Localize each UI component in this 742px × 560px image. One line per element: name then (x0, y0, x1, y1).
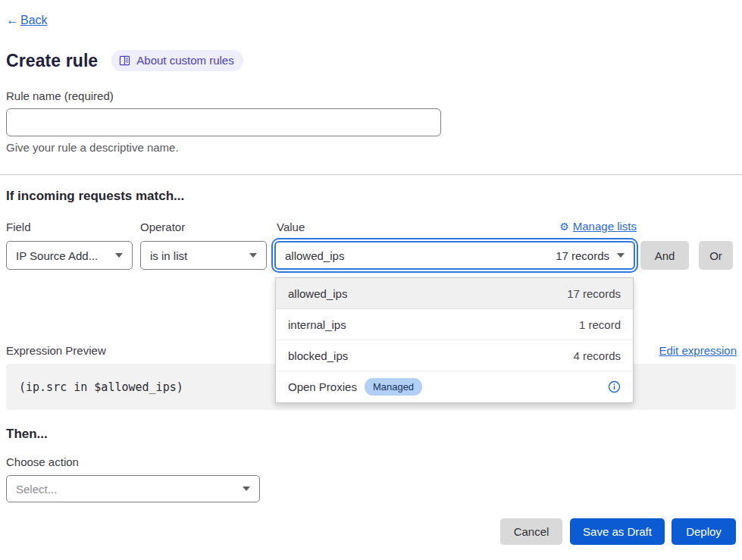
option-record-count: 17 records (567, 287, 621, 300)
or-button[interactable]: Or (699, 241, 733, 270)
value-select-value: allowed_ips (285, 249, 546, 262)
dropdown-option-allowed-ips[interactable]: allowed_ips 17 records (276, 278, 633, 309)
action-select[interactable]: Select... (6, 475, 260, 502)
dropdown-option-internal-ips[interactable]: internal_ips 1 record (276, 309, 633, 340)
and-button[interactable]: And (640, 241, 689, 270)
chevron-down-icon (115, 253, 123, 258)
rule-name-label: Rule name (required) (6, 89, 114, 102)
info-icon[interactable] (608, 380, 621, 393)
value-dropdown-panel: allowed_ips 17 records internal_ips 1 re… (275, 277, 634, 403)
field-select[interactable]: IP Source Add... (6, 241, 133, 270)
field-select-value: IP Source Add... (16, 249, 108, 262)
cancel-button[interactable]: Cancel (500, 518, 562, 545)
managed-badge: Managed (365, 378, 422, 396)
chevron-down-icon (249, 253, 257, 258)
chevron-down-icon (243, 486, 250, 491)
manage-lists-link[interactable]: ⚙ Manage lists (559, 220, 637, 233)
value-select-records: 17 records (556, 249, 609, 262)
field-label: Field (6, 221, 31, 233)
dropdown-option-open-proxies[interactable]: Open Proxies Managed (276, 371, 633, 402)
manage-lists-label: Manage lists (573, 220, 637, 233)
option-record-count: 1 record (579, 318, 621, 331)
title-row: Create rule About custom rules (6, 50, 243, 71)
create-rule-page: ← Back Create rule About custom rules Ru… (0, 0, 742, 560)
option-record-count: 4 records (573, 349, 621, 362)
chevron-down-icon (617, 253, 625, 258)
page-title: Create rule (6, 51, 98, 71)
back-arrow-icon: ← (6, 13, 19, 28)
operator-label: Operator (140, 221, 185, 233)
then-section-heading: Then... (6, 427, 48, 442)
gear-icon: ⚙ (559, 221, 569, 233)
operator-select[interactable]: is in list (140, 241, 267, 270)
dropdown-option-blocked-ips[interactable]: blocked_ips 4 records (276, 340, 633, 371)
save-as-draft-button[interactable]: Save as Draft (570, 518, 665, 545)
choose-action-label: Choose action (6, 455, 79, 468)
option-name: Open Proxies (288, 380, 357, 393)
option-name: blocked_ips (288, 349, 348, 362)
option-name: internal_ips (288, 318, 346, 331)
about-custom-rules-label: About custom rules (136, 55, 233, 66)
value-label: Value (277, 221, 305, 233)
back-label: Back (20, 14, 48, 27)
rule-name-help: Give your rule a descriptive name. (6, 141, 179, 154)
option-name: allowed_ips (288, 287, 347, 300)
match-section-heading: If incoming requests match... (6, 189, 184, 204)
action-select-placeholder: Select... (16, 483, 235, 496)
deploy-button[interactable]: Deploy (672, 518, 736, 545)
edit-expression-link[interactable]: Edit expression (659, 344, 737, 357)
expression-code: (ip.src in $allowed_ips) (19, 380, 183, 394)
rule-name-input[interactable] (6, 108, 441, 136)
operator-select-value: is in list (150, 249, 242, 262)
about-custom-rules-link[interactable]: About custom rules (111, 50, 243, 71)
expression-preview-label: Expression Preview (6, 344, 106, 357)
section-divider (0, 174, 742, 175)
book-icon (119, 55, 130, 66)
value-select[interactable]: allowed_ips 17 records (274, 241, 635, 270)
back-link[interactable]: ← Back (6, 13, 48, 28)
